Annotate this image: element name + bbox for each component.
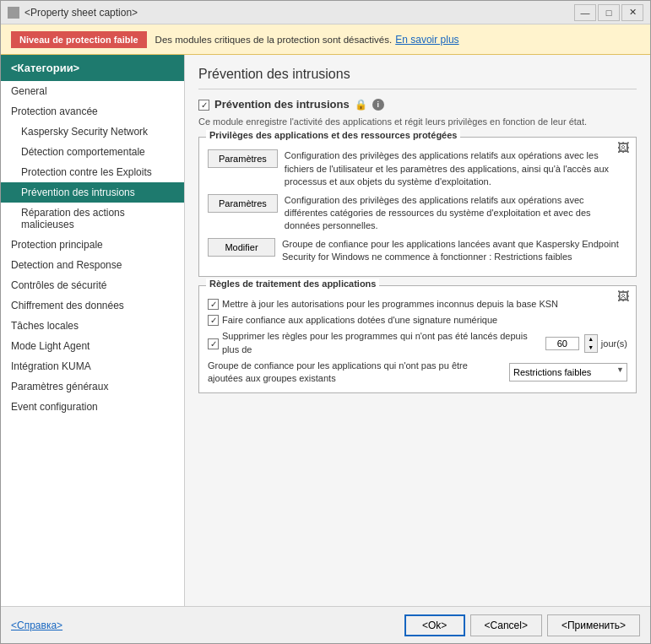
cancel-button[interactable]: <Cancel>: [470, 614, 542, 636]
sidebar-item-protection-principale[interactable]: Protection principale: [1, 235, 184, 255]
minimize-button[interactable]: —: [574, 4, 596, 21]
sidebar-item-protection-avancee[interactable]: Protection avancée: [1, 101, 184, 122]
checkbox-supprimer-label-part1: Supprimer les règles pour les programmes…: [222, 330, 542, 356]
module-description: Ce module enregistre l'activité des appl…: [198, 116, 637, 128]
info-icon[interactable]: i: [372, 99, 384, 111]
privileges-group-title: Privilèges des applications et des resso…: [206, 130, 460, 140]
application-window: <Property sheet caption> — □ ✕ Niveau de…: [0, 0, 651, 644]
dropdown-wrapper: Restrictions faibles Restrictions maxima…: [509, 363, 627, 382]
checkbox-row-2: Faire confiance aux applications dotées …: [208, 314, 627, 327]
app-icon: [8, 7, 19, 19]
checkbox-ksn[interactable]: [208, 299, 219, 310]
footer-right: <Ok> <Cancel> <Применить>: [404, 614, 640, 636]
sidebar-item-integration-kuma[interactable]: Intégration KUMA: [1, 356, 184, 376]
module-enable-checkbox[interactable]: [198, 100, 209, 111]
sidebar-item-chiffrement-donnees[interactable]: Chiffrement des données: [1, 295, 184, 316]
trust-group-dropdown[interactable]: Restrictions faibles Restrictions maxima…: [509, 363, 627, 382]
lock-icon: 🔒: [355, 99, 367, 111]
sidebar-item-detection-comportementale[interactable]: Détection comportementale: [1, 142, 184, 162]
rules-group-title: Règles de traitement des applications: [206, 279, 379, 289]
main-layout: <Категории> General Protection avancée K…: [1, 55, 650, 606]
maximize-button[interactable]: □: [598, 4, 620, 21]
titlebar: <Property sheet caption> — □ ✕: [1, 1, 650, 24]
titlebar-left: <Property sheet caption>: [8, 7, 138, 19]
sidebar-item-controles-securite[interactable]: Contrôles de sécurité: [1, 275, 184, 295]
ok-button[interactable]: <Ok>: [404, 614, 465, 636]
window-title: <Property sheet caption>: [24, 7, 138, 19]
content-area: Prévention des intrusions Prévention des…: [185, 55, 650, 606]
rules-group: Règles de traitement des applications 🖼 …: [198, 285, 637, 393]
sidebar-item-kaspersky-network[interactable]: Kaspersky Security Network: [1, 122, 184, 142]
module-title: Prévention des intrusions: [214, 98, 350, 111]
apply-button[interactable]: <Применить>: [547, 614, 640, 636]
sidebar-item-detection-response[interactable]: Detection and Response: [1, 255, 184, 275]
close-button[interactable]: ✕: [621, 4, 643, 21]
spinner-down[interactable]: ▼: [585, 344, 597, 352]
params-button-2[interactable]: Paramètres: [208, 194, 278, 213]
params-button-1[interactable]: Paramètres: [208, 149, 278, 168]
sidebar-item-event-config[interactable]: Event configuration: [1, 397, 184, 417]
sidebar-item-protection-exploits[interactable]: Protection contre les Exploits: [1, 162, 184, 182]
checkbox-supprimer[interactable]: [208, 338, 219, 349]
inline-checkbox-row: Supprimer les règles pour les programmes…: [208, 330, 627, 356]
days-input[interactable]: [545, 337, 579, 350]
checkbox-signature-label: Faire confiance aux applications dotées …: [222, 314, 497, 327]
dropdown-label: Groupe de confiance pour les application…: [208, 360, 504, 386]
spinner-up[interactable]: ▲: [585, 335, 597, 344]
warning-link[interactable]: En savoir plus: [395, 34, 458, 46]
privileges-group-icon: 🖼: [617, 141, 629, 154]
modifier-button[interactable]: Modifier: [208, 238, 275, 257]
checkbox-row-1: Mettre à jour les autorisations pour les…: [208, 298, 627, 311]
days-spinner: ▲ ▼: [584, 334, 598, 353]
sidebar-item-general[interactable]: General: [1, 81, 184, 101]
warning-bar: Niveau de protection faible Des modules …: [1, 24, 650, 55]
params-text-3: Groupe de confiance pour les application…: [282, 238, 627, 264]
warning-badge: Niveau de protection faible: [11, 31, 147, 48]
module-header: Prévention des intrusions 🔒 i: [198, 98, 637, 111]
params-text-2: Configuration des privilèges des applica…: [285, 194, 627, 233]
dropdown-row: Groupe de confiance pour les application…: [208, 360, 627, 386]
help-link[interactable]: <Справка>: [11, 620, 62, 631]
sidebar-item-parametres-generaux[interactable]: Paramètres généraux: [1, 376, 184, 397]
footer-left: <Справка>: [11, 620, 62, 631]
sidebar-item-taches-locales[interactable]: Tâches locales: [1, 316, 184, 336]
params-row-3: Modifier Groupe de confiance pour les ap…: [208, 238, 627, 264]
rules-group-icon: 🖼: [617, 290, 629, 303]
privileges-group: Privilèges des applications et des resso…: [198, 137, 637, 276]
checkbox-ksn-label: Mettre à jour les autorisations pour les…: [222, 298, 558, 311]
sidebar: <Категории> General Protection avancée K…: [1, 55, 185, 606]
footer: <Справка> <Ok> <Cancel> <Применить>: [1, 606, 650, 643]
sidebar-item-prevention-intrusions[interactable]: Prévention des intrusions: [1, 182, 184, 203]
titlebar-controls: — □ ✕: [574, 4, 643, 21]
params-row-1: Paramètres Configuration des privilèges …: [208, 149, 627, 188]
params-row-2: Paramètres Configuration des privilèges …: [208, 194, 627, 233]
warning-text: Des modules critiques de la protection s…: [155, 35, 393, 45]
params-text-1: Configuration des privilèges des applica…: [285, 149, 627, 188]
sidebar-header: <Категории>: [1, 55, 184, 81]
sidebar-item-mode-light[interactable]: Mode Light Agent: [1, 336, 184, 356]
page-title: Prévention des intrusions: [198, 67, 637, 89]
checkbox-signature[interactable]: [208, 315, 219, 326]
day-suffix: jour(s): [601, 338, 627, 349]
sidebar-item-reparation-actions[interactable]: Réparation des actions malicieuses: [1, 203, 184, 235]
